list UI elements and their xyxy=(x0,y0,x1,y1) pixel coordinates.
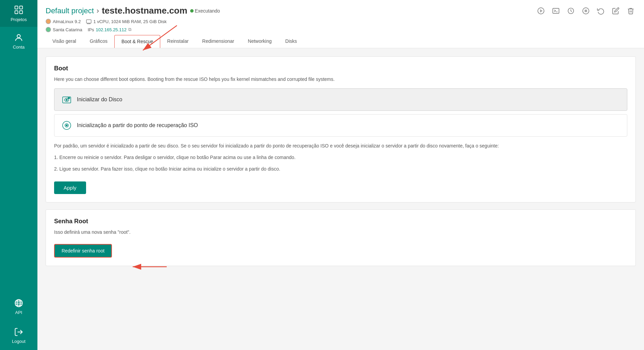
tab-reinstalar[interactable]: Reinstalar xyxy=(160,35,195,48)
sidebar-logo: Projetos xyxy=(0,0,37,27)
os-label: AlmaLinux 9.2 xyxy=(53,19,81,24)
restart-button[interactable] xyxy=(596,6,606,16)
sidebar-item-account[interactable]: Conta xyxy=(0,27,37,56)
logout-label: Logout xyxy=(12,339,26,344)
page-header: Default project › teste.hostname.com Exe… xyxy=(37,0,644,48)
edit-icon xyxy=(612,7,620,15)
boot-info-1: Por padrão, um servidor é inicializado a… xyxy=(54,142,627,150)
os-icon xyxy=(46,19,51,24)
project-link[interactable]: Default project xyxy=(46,6,94,15)
sidebar-item-label: Projetos xyxy=(11,17,27,22)
breadcrumb-separator: › xyxy=(97,6,99,15)
iso-icon xyxy=(61,120,72,131)
sidebar-item-label: API xyxy=(15,310,22,315)
svg-rect-1 xyxy=(20,6,23,9)
root-password-title: Senha Root xyxy=(54,218,627,225)
svg-point-18 xyxy=(46,19,51,24)
main-content: Default project › teste.hostname.com Exe… xyxy=(37,0,644,350)
play-icon xyxy=(537,7,545,15)
boot-option-iso[interactable]: Inicialização a partir do ponto de recup… xyxy=(54,114,627,137)
edit-button[interactable] xyxy=(611,6,621,16)
boot-option-disk[interactable]: Inicializar do Disco xyxy=(54,88,627,111)
header-meta: AlmaLinux 9.2 1 vCPU, 1024 MiB RAM, 25 G… xyxy=(46,19,636,24)
root-password-card: Senha Root Isso definirá uma nova senha … xyxy=(46,209,636,266)
sidebar: Projetos Conta API xyxy=(0,0,37,350)
user-icon xyxy=(14,33,23,42)
reload-icon xyxy=(567,7,575,15)
globe-icon xyxy=(14,298,23,308)
svg-rect-27 xyxy=(68,98,70,99)
stop-icon xyxy=(582,7,590,15)
tab-disks[interactable]: Disks xyxy=(279,35,304,48)
svg-rect-0 xyxy=(15,6,18,9)
disk-icon xyxy=(61,94,72,105)
reset-password-button[interactable]: Redefinir senha root xyxy=(54,244,112,258)
svg-rect-17 xyxy=(585,10,587,12)
stop-button[interactable] xyxy=(581,6,591,16)
svg-marker-12 xyxy=(540,10,542,12)
sidebar-item-api[interactable]: API xyxy=(0,292,37,321)
specs-label: 1 vCPU, 1024 MiB RAM, 25 GiB Disk xyxy=(93,19,166,24)
root-password-description: Isso definirá uma nova senha "root". xyxy=(54,228,627,237)
boot-description: Here you can choose different boot optio… xyxy=(54,75,627,83)
header-actions xyxy=(536,6,636,16)
svg-rect-2 xyxy=(15,11,18,14)
svg-point-26 xyxy=(66,99,67,101)
tab-redimensionar[interactable]: Redimensionar xyxy=(195,35,241,48)
meta-os: AlmaLinux 9.2 xyxy=(46,19,81,24)
meta-region: Santa Catarina xyxy=(46,27,82,32)
header-meta-location: Santa Catarina IPs 102.165.25.112 ⧉ xyxy=(46,27,636,32)
svg-point-23 xyxy=(46,27,51,32)
console-button[interactable] xyxy=(551,6,561,16)
ip-label: IPs xyxy=(88,27,94,32)
boot-option-iso-label: Inicialização a partir do ponto de recup… xyxy=(77,122,198,128)
play-button[interactable] xyxy=(536,6,546,16)
sidebar-item-logout[interactable]: Logout xyxy=(0,321,37,350)
tab-graficos[interactable]: Gráficos xyxy=(83,35,114,48)
svg-rect-19 xyxy=(86,20,91,23)
reload-button[interactable] xyxy=(566,6,576,16)
svg-rect-3 xyxy=(20,11,23,14)
boot-card: Boot Here you can choose different boot … xyxy=(46,56,636,203)
svg-point-30 xyxy=(66,125,67,126)
boot-title: Boot xyxy=(54,65,627,72)
apply-button[interactable]: Apply xyxy=(54,181,86,194)
tab-visao-geral[interactable]: Visão geral xyxy=(46,35,83,48)
status-dot xyxy=(190,9,194,13)
copy-ip-icon[interactable]: ⧉ xyxy=(128,27,131,32)
boot-info-2: 1. Encerre ou reinicie o servidor. Para … xyxy=(54,154,627,162)
region-icon xyxy=(46,27,51,32)
hostname-title: teste.hostname.com xyxy=(102,5,187,16)
sidebar-item-label: Conta xyxy=(13,45,25,50)
boot-option-disk-label: Inicializar do Disco xyxy=(77,97,122,103)
delete-button[interactable] xyxy=(626,6,636,16)
boot-info-3: 2. Ligue seu servidor. Para fazer isso, … xyxy=(54,165,627,173)
status-badge: Executando xyxy=(190,8,220,14)
trash-icon xyxy=(627,7,634,15)
logout-icon xyxy=(14,327,23,337)
console-icon xyxy=(552,7,560,15)
tab-boot-rescue[interactable]: Boot & Rescue xyxy=(114,35,160,48)
specs-icon xyxy=(86,19,92,24)
tab-networking[interactable]: Networking xyxy=(241,35,279,48)
region-label: Santa Catarina xyxy=(53,27,82,32)
restart-icon xyxy=(597,7,605,15)
svg-point-4 xyxy=(17,35,20,38)
status-label: Executando xyxy=(195,8,220,14)
projects-icon xyxy=(14,5,24,15)
ip-address[interactable]: 102.165.25.112 xyxy=(96,27,127,32)
meta-specs: 1 vCPU, 1024 MiB RAM, 25 GiB Disk xyxy=(86,19,166,24)
page-content: Boot Here you can choose different boot … xyxy=(37,48,644,274)
nav-tabs: Visão geral Gráficos Boot & Rescue Reins… xyxy=(46,35,636,48)
meta-ip: IPs 102.165.25.112 ⧉ xyxy=(88,27,131,32)
